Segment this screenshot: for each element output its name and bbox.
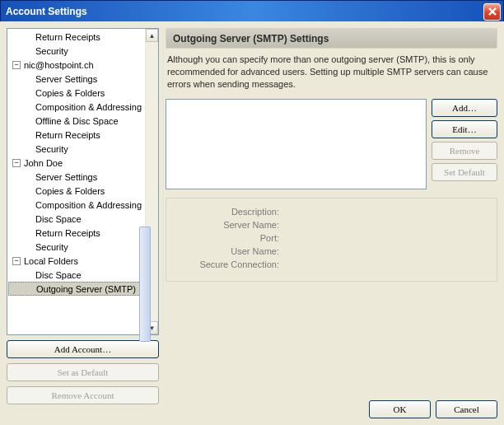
tree-item-label: Security (35, 46, 68, 56)
details-row-secure: Secure Connection: (175, 259, 488, 273)
tree-item-label: Outgoing Server (SMTP) (36, 284, 136, 294)
ok-button[interactable]: OK (369, 400, 431, 418)
smtp-remove-button: Remove (432, 142, 497, 160)
scroll-thumb[interactable] (139, 227, 151, 342)
left-pane: Return ReceiptsSecurity−nic@hostpoint.ch… (7, 28, 159, 418)
tree-item-label: Return Receipts (35, 228, 100, 238)
tree-item[interactable]: Return Receipts (7, 226, 145, 240)
tree-expander-icon[interactable]: − (12, 159, 21, 167)
smtp-details-panel: Description: Server Name: Port: User Nam… (166, 198, 497, 282)
remove-account-button: Remove Account (7, 386, 159, 404)
close-icon (488, 7, 497, 16)
tree-item-label: Return Receipts (35, 32, 100, 42)
account-tree[interactable]: Return ReceiptsSecurity−nic@hostpoint.ch… (7, 29, 145, 334)
details-label-description: Description: (175, 207, 282, 220)
details-label-port: Port: (175, 233, 282, 246)
details-row-user-name: User Name: (175, 246, 488, 259)
tree-account-node[interactable]: −Local Folders (7, 254, 145, 268)
right-pane: Outgoing Server (SMTP) Settings Although… (166, 28, 497, 418)
smtp-add-button[interactable]: Add… (432, 99, 497, 117)
add-account-button[interactable]: Add Account… (7, 340, 159, 358)
account-button-stack: Add Account… Set as Default Remove Accou… (7, 340, 159, 404)
window-title: Account Settings (6, 6, 87, 17)
details-label-server-name: Server Name: (175, 220, 282, 233)
details-label-secure: Secure Connection: (175, 259, 282, 273)
tree-item[interactable]: Composition & Addressing (7, 100, 145, 114)
tree-item-label: Disc Space (35, 270, 82, 280)
smtp-server-list[interactable] (166, 99, 427, 189)
scroll-up-button[interactable]: ▲ (146, 29, 158, 42)
tree-item-label: Offline & Disc Space (35, 116, 119, 126)
smtp-button-stack: Add… Edit… Remove Set Default (432, 99, 497, 189)
tree-item-label: John Doe (24, 158, 63, 168)
tree-account-node[interactable]: −nic@hostpoint.ch (7, 58, 145, 72)
tree-item[interactable]: Security (7, 142, 145, 156)
tree-item[interactable]: Composition & Addressing (7, 198, 145, 212)
tree-item-label: Security (35, 144, 68, 154)
tree-expander-icon[interactable]: − (12, 257, 21, 265)
panel-heading: Outgoing Server (SMTP) Settings (166, 28, 497, 49)
tree-item-label: Return Receipts (35, 130, 100, 140)
tree-item[interactable]: Server Settings (7, 170, 145, 184)
tree-item[interactable]: Security (7, 44, 145, 58)
tree-item[interactable]: Copies & Folders (7, 86, 145, 100)
tree-item-label: Disc Space (35, 214, 82, 224)
tree-item-label: nic@hostpoint.ch (24, 60, 94, 70)
details-row-description: Description: (175, 207, 488, 220)
details-row-port: Port: (175, 233, 488, 246)
tree-item[interactable]: Server Settings (7, 72, 145, 86)
panel-description: Although you can specify more than one o… (166, 54, 497, 91)
tree-item[interactable]: Disc Space (7, 268, 145, 282)
details-row-server-name: Server Name: (175, 220, 488, 233)
cancel-button[interactable]: Cancel (436, 400, 497, 418)
tree-item[interactable]: Copies & Folders (7, 184, 145, 198)
tree-item[interactable]: Return Receipts (7, 30, 145, 44)
details-label-user-name: User Name: (175, 246, 282, 259)
close-button[interactable] (483, 3, 501, 21)
tree-item-label: Local Folders (24, 256, 78, 266)
smtp-set-default-button: Set Default (432, 163, 497, 181)
tree-item[interactable]: Security (7, 240, 145, 254)
tree-item-label: Security (35, 242, 68, 252)
account-tree-container: Return ReceiptsSecurity−nic@hostpoint.ch… (7, 28, 159, 335)
tree-item-label: Server Settings (35, 74, 97, 84)
titlebar: Account Settings (1, 1, 503, 22)
tree-item[interactable]: Outgoing Server (SMTP) (8, 282, 144, 296)
tree-account-node[interactable]: −John Doe (7, 156, 145, 170)
content-area: Return ReceiptsSecurity−nic@hostpoint.ch… (0, 21, 504, 425)
tree-item-label: Copies & Folders (35, 88, 105, 98)
smtp-edit-button[interactable]: Edit… (432, 120, 497, 138)
tree-item[interactable]: Return Receipts (7, 128, 145, 142)
dialog-footer: OK Cancel (369, 400, 497, 418)
tree-item-label: Copies & Folders (35, 186, 105, 196)
smtp-server-area: Add… Edit… Remove Set Default (166, 99, 497, 189)
tree-item[interactable]: Offline & Disc Space (7, 114, 145, 128)
tree-expander-icon[interactable]: − (12, 61, 21, 69)
tree-item[interactable]: Disc Space (7, 212, 145, 226)
set-default-account-button: Set as Default (7, 363, 159, 381)
tree-item-label: Composition & Addressing (35, 200, 142, 210)
tree-item-label: Composition & Addressing (35, 102, 142, 112)
tree-item-label: Server Settings (35, 172, 97, 182)
